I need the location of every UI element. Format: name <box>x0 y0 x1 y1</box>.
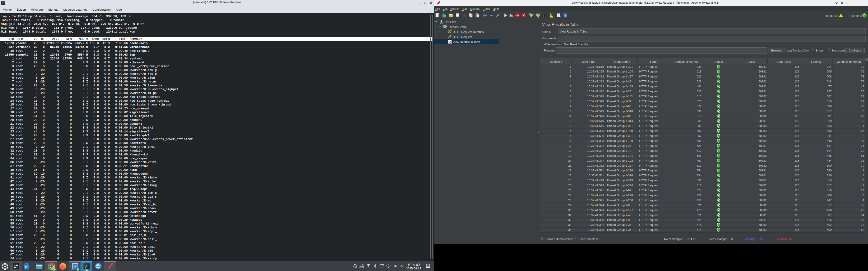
svg-text:W: W <box>74 265 76 268</box>
svg-text:STOP: STOP <box>516 15 520 16</box>
svg-text:?: ? <box>565 14 566 17</box>
